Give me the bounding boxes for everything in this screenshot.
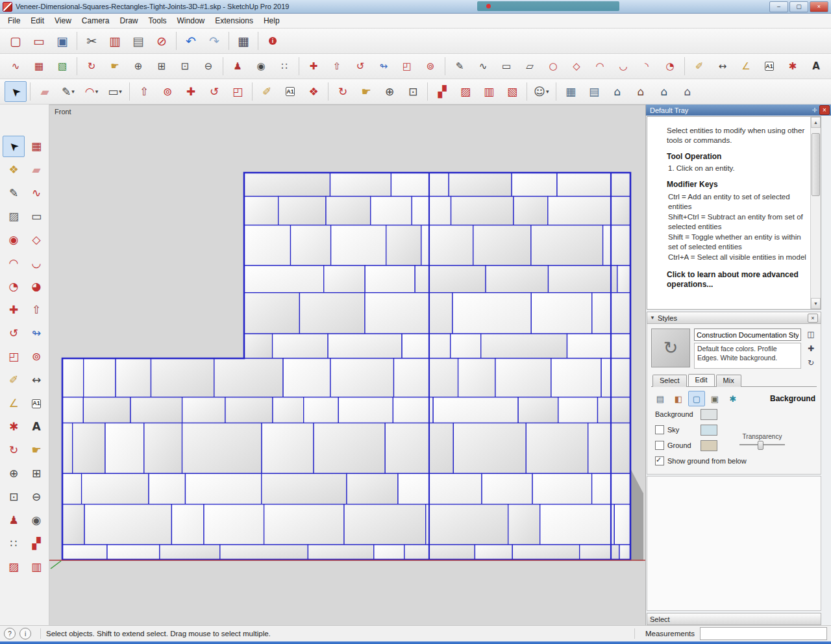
three-point-arc[interactable]: ◕	[25, 276, 47, 297]
model-info[interactable]: i	[262, 31, 284, 51]
tab-select[interactable]: Select	[652, 375, 687, 387]
rotated-rectangle[interactable]: ▱	[519, 56, 541, 77]
background-settings[interactable]: ▢	[688, 391, 705, 406]
three-point-arc[interactable]: ◝	[636, 56, 658, 77]
section-fill[interactable]: ▨	[3, 556, 25, 578]
paint-bucket[interactable]: ❖	[303, 81, 325, 102]
3d-text[interactable]: A	[805, 56, 827, 77]
new-document[interactable]: ▢	[5, 31, 27, 51]
collapse-icon[interactable]: ▼	[650, 315, 655, 321]
modeling-settings[interactable]: ✱	[725, 391, 741, 406]
dropdown-caret-icon[interactable]: ▾	[95, 88, 99, 95]
two-point-arc[interactable]: ◡	[25, 253, 47, 274]
dropdown-caret-icon[interactable]: ▾	[71, 88, 75, 95]
menu-extensions[interactable]: Extensions	[210, 14, 258, 27]
update-style[interactable]: ↻	[805, 357, 817, 369]
info-icon[interactable]: i	[19, 628, 31, 639]
pin-icon[interactable]: ✛	[812, 106, 817, 114]
save[interactable]: ▣	[51, 31, 73, 51]
section-plane[interactable]: ▞	[431, 81, 453, 102]
maximize-button[interactable]: ▢	[789, 1, 808, 12]
menu-camera[interactable]: Camera	[77, 14, 115, 27]
scroll-down-icon[interactable]: ▼	[811, 298, 821, 309]
tray-close-button[interactable]: ×	[819, 105, 830, 115]
create-new-style[interactable]: ✚	[805, 343, 817, 354]
ground-swatch[interactable]	[701, 440, 717, 451]
open[interactable]: ▭	[28, 31, 50, 51]
display-secondary-pane[interactable]: ◫	[805, 328, 817, 340]
look-around[interactable]: ◉	[250, 56, 272, 77]
section-fill[interactable]: ▨	[454, 81, 477, 102]
menu-help[interactable]: Help	[258, 14, 285, 27]
freehand[interactable]: ∿	[472, 56, 494, 77]
protractor[interactable]: ∠	[3, 393, 25, 414]
slider-thumb[interactable]	[758, 441, 763, 450]
tape-measure[interactable]: ✐	[256, 81, 278, 102]
pie[interactable]: ◔	[659, 56, 681, 77]
zoom[interactable]: ⊕	[3, 463, 25, 484]
model-viewport[interactable]: Front	[49, 105, 645, 625]
watermark-settings[interactable]: ▣	[706, 391, 723, 406]
styles-section-header[interactable]: ▼ Styles ×	[647, 312, 821, 324]
styles-close-button[interactable]: ×	[808, 314, 818, 323]
look-around[interactable]: ◉	[25, 510, 47, 531]
previous-view[interactable]: ⊖	[25, 486, 47, 508]
section-cuts[interactable]: ▧	[501, 81, 523, 102]
move[interactable]: ✚	[303, 56, 325, 77]
section-display[interactable]: ▥	[478, 81, 500, 102]
paint-bucket[interactable]: ❖	[3, 159, 25, 180]
walk[interactable]: ∷	[3, 533, 25, 554]
dropdown-caret-icon[interactable]: ▾	[546, 88, 549, 95]
scale[interactable]: ◰	[227, 81, 249, 102]
zoom[interactable]: ⊕	[378, 81, 401, 102]
dimension[interactable]: ↔	[712, 56, 734, 77]
select[interactable]: ➤	[3, 136, 25, 157]
zoom-window[interactable]: ⊞	[151, 56, 173, 77]
erase[interactable]: ⊘	[151, 31, 173, 51]
zoom-extents[interactable]: ⊡	[3, 486, 25, 508]
zoom-extents[interactable]: ⊡	[402, 81, 424, 102]
protractor[interactable]: ∠	[735, 56, 757, 77]
undo[interactable]: ↶	[180, 31, 202, 51]
move[interactable]: ✚	[180, 81, 202, 102]
push-pull[interactable]: ⇧	[25, 299, 47, 321]
face-settings[interactable]: ◧	[670, 391, 687, 406]
home[interactable]: ⌂	[653, 81, 675, 102]
axes[interactable]: ✱	[3, 416, 25, 438]
background-swatch[interactable]	[701, 409, 717, 420]
ground-checkbox[interactable]	[655, 441, 664, 450]
offset[interactable]: ⊚	[419, 56, 441, 77]
offset[interactable]: ⊚	[156, 81, 179, 102]
pie[interactable]: ◔	[3, 276, 25, 297]
tab-edit[interactable]: Edit	[688, 374, 715, 386]
3d-warehouse[interactable]: ⌂	[606, 81, 628, 102]
from-scratch[interactable]: ▧	[51, 56, 73, 77]
follow-me[interactable]: ↬	[373, 56, 395, 77]
arc[interactable]: ◠	[3, 253, 25, 274]
rectangle[interactable]: ▨	[3, 206, 25, 227]
cut[interactable]: ✂	[81, 31, 103, 51]
scroll-up-icon[interactable]: ▲	[811, 117, 821, 128]
model-canvas[interactable]	[49, 105, 645, 625]
shape[interactable]: ▭▾	[104, 81, 126, 102]
redo[interactable]: ↷	[203, 31, 225, 51]
user-account[interactable]: ☺▾	[530, 81, 552, 102]
sky-swatch[interactable]	[701, 425, 717, 436]
shed[interactable]: ⌂	[676, 81, 699, 102]
tab-mix[interactable]: Mix	[716, 375, 741, 387]
dropdown-caret-icon[interactable]: ▾	[119, 88, 122, 95]
menu-tools[interactable]: Tools	[143, 14, 172, 27]
freehand-curve[interactable]: ∿	[5, 56, 27, 77]
position-camera[interactable]: ♟	[3, 510, 25, 531]
arc[interactable]: ◠▾	[81, 81, 103, 102]
section-display[interactable]: ▥	[25, 556, 47, 578]
transparency-slider[interactable]	[734, 441, 790, 449]
text[interactable]: A1	[758, 56, 780, 77]
push-pull[interactable]: ⇧	[133, 81, 155, 102]
close-button[interactable]: ×	[810, 1, 828, 12]
orbit[interactable]: ↻	[3, 440, 25, 461]
rotate[interactable]: ↺	[349, 56, 371, 77]
push-pull[interactable]: ⇧	[326, 56, 348, 77]
zoom[interactable]: ⊕	[127, 56, 149, 77]
eraser[interactable]: ▰	[34, 81, 56, 102]
